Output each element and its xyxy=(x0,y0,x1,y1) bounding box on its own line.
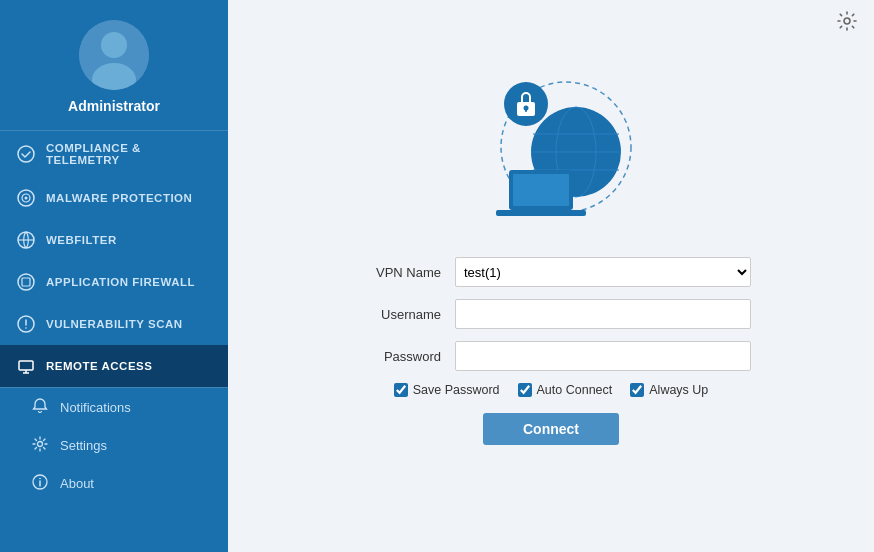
about-label: About xyxy=(60,476,94,491)
vpn-name-select[interactable]: test(1) xyxy=(455,257,751,287)
vpn-form: VPN Name test(1) Username Password Save … xyxy=(351,257,751,445)
svg-point-12 xyxy=(25,327,27,329)
vpn-name-label: VPN Name xyxy=(351,265,441,280)
sidebar-subitem-settings[interactable]: Settings xyxy=(0,426,228,464)
settings-small-icon xyxy=(32,436,50,454)
svg-rect-28 xyxy=(496,210,586,216)
main-content: VPN Name test(1) Username Password Save … xyxy=(228,0,874,552)
sidebar-item-label-appfirewall: APPLICATION FIREWALL xyxy=(46,276,195,288)
settings-label: Settings xyxy=(60,438,107,453)
sidebar-item-label-webfilter: WEBFILTER xyxy=(46,234,117,246)
sidebar-item-malware[interactable]: MALWARE PROTECTION xyxy=(0,177,228,219)
connect-button[interactable]: Connect xyxy=(483,413,619,445)
checkbox-row: Save Password Auto Connect Always Up xyxy=(351,383,751,397)
svg-point-1 xyxy=(101,32,127,58)
save-password-label: Save Password xyxy=(413,383,500,397)
svg-point-16 xyxy=(38,442,43,447)
save-password-checkbox[interactable] xyxy=(394,383,408,397)
sidebar-item-label-vulnscan: VULNERABILITY SCAN xyxy=(46,318,183,330)
sidebar-item-vulnscan[interactable]: VULNERABILITY SCAN xyxy=(0,303,228,345)
notifications-label: Notifications xyxy=(60,400,131,415)
vpn-name-row: VPN Name test(1) xyxy=(351,257,751,287)
sidebar-subitem-notifications[interactable]: Notifications xyxy=(0,388,228,426)
save-password-checkbox-item[interactable]: Save Password xyxy=(394,383,500,397)
about-icon xyxy=(32,474,50,492)
webfilter-icon xyxy=(16,230,36,250)
malware-icon xyxy=(16,188,36,208)
always-up-label: Always Up xyxy=(649,383,708,397)
password-label: Password xyxy=(351,349,441,364)
svg-rect-27 xyxy=(513,174,569,206)
gear-button[interactable] xyxy=(836,10,858,37)
appfirewall-icon xyxy=(16,272,36,292)
auto-connect-checkbox-item[interactable]: Auto Connect xyxy=(518,383,613,397)
svg-rect-13 xyxy=(19,361,33,370)
auto-connect-checkbox[interactable] xyxy=(518,383,532,397)
notifications-icon xyxy=(32,398,50,416)
always-up-checkbox-item[interactable]: Always Up xyxy=(630,383,708,397)
sidebar-item-compliance[interactable]: COMPLIANCE & TELEMETRY xyxy=(0,131,228,177)
sidebar-nav: COMPLIANCE & TELEMETRY MALWARE PROTECTIO… xyxy=(0,131,228,552)
svg-point-9 xyxy=(18,274,34,290)
vulnscan-icon xyxy=(16,314,36,334)
sidebar-item-label-remoteaccess: REMOTE ACCESS xyxy=(46,360,152,372)
remoteaccess-icon xyxy=(16,356,36,376)
username-row: Username xyxy=(351,299,751,329)
username-label: Administrator xyxy=(68,98,160,114)
svg-point-6 xyxy=(25,197,28,200)
password-row: Password xyxy=(351,341,751,371)
content-area: VPN Name test(1) Username Password Save … xyxy=(228,47,874,552)
compliance-icon xyxy=(16,144,36,164)
avatar-icon xyxy=(79,20,149,90)
vpn-illustration xyxy=(451,57,651,237)
password-input[interactable] xyxy=(455,341,751,371)
sidebar: Administrator COMPLIANCE & TELEMETRY xyxy=(0,0,228,552)
sidebar-item-appfirewall[interactable]: APPLICATION FIREWALL xyxy=(0,261,228,303)
sidebar-subitem-about[interactable]: About xyxy=(0,464,228,502)
username-label: Username xyxy=(351,307,441,322)
topbar xyxy=(228,0,874,47)
svg-point-19 xyxy=(844,18,850,24)
profile-section: Administrator xyxy=(0,0,228,130)
sidebar-item-label-malware: MALWARE PROTECTION xyxy=(46,192,192,204)
sidebar-item-label-compliance: COMPLIANCE & TELEMETRY xyxy=(46,142,212,166)
sidebar-item-webfilter[interactable]: WEBFILTER xyxy=(0,219,228,261)
svg-rect-10 xyxy=(22,278,30,286)
username-input[interactable] xyxy=(455,299,751,329)
avatar xyxy=(79,20,149,90)
gear-icon xyxy=(836,10,858,32)
always-up-checkbox[interactable] xyxy=(630,383,644,397)
svg-point-3 xyxy=(18,146,34,162)
auto-connect-label: Auto Connect xyxy=(537,383,613,397)
svg-point-18 xyxy=(39,478,41,480)
sidebar-item-remoteaccess[interactable]: REMOTE ACCESS xyxy=(0,345,228,387)
svg-rect-32 xyxy=(525,108,527,112)
